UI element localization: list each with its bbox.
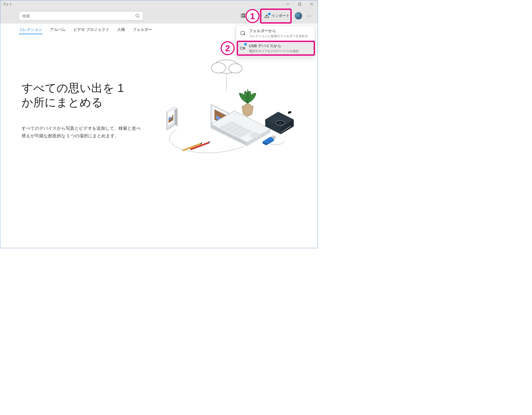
maximize-icon	[298, 3, 301, 6]
svg-point-4	[243, 15, 244, 15]
hero-title-line1: すべての思い出を 1	[22, 82, 124, 94]
hero-text: すべての思い出を 1 か所にまとめる すべてのデバイスから写真とビデオを追加して…	[22, 81, 146, 140]
svg-point-9	[278, 122, 282, 124]
import-badge-icon	[268, 13, 271, 15]
hero-illustration	[149, 52, 299, 161]
import-menu-item-usb-title: USB デバイスから	[249, 44, 299, 48]
folder-add-icon	[240, 28, 246, 37]
import-button[interactable]: インポート	[261, 10, 293, 21]
annotation-badge-2: 2	[221, 41, 235, 55]
import-menu-item-usb-text: USB デバイスから 電話やカメラなどのデバイスを接続	[249, 44, 299, 53]
search-input[interactable]	[22, 13, 132, 18]
import-menu-item-usb[interactable]: USB デバイスから 電話やカメラなどのデバイスを接続	[236, 41, 314, 56]
maximize-button[interactable]	[294, 0, 306, 8]
tab-collection[interactable]: コレクション	[19, 27, 42, 34]
import-menu: フォルダーから コレクションに追加のフォルダーを含める USB デバイスから 電…	[236, 25, 315, 57]
svg-point-7	[229, 64, 242, 73]
annotation-badge-2-label: 2	[225, 43, 230, 53]
hero-illustration-svg	[151, 52, 296, 161]
svg-point-11	[250, 133, 260, 138]
hero-title-line2: か所にまとめる	[22, 96, 103, 109]
import-button-label: インポート	[271, 13, 290, 18]
toolbar: 作成 インポート ⋯	[0, 8, 318, 24]
tab-video-project[interactable]: ビデオ プロジェクト	[73, 27, 109, 34]
svg-point-1	[136, 14, 139, 17]
search-box[interactable]	[19, 11, 143, 20]
search-submit-button[interactable]	[133, 12, 142, 19]
close-button[interactable]	[306, 0, 318, 8]
minimize-button[interactable]	[282, 0, 294, 8]
import-menu-item-folder-text: フォルダーから コレクションに追加のフォルダーを含める	[249, 28, 308, 38]
usb-badge-icon	[244, 43, 247, 46]
hero-description: すべてのデバイスから写真とビデオを追加して、検索と並べ替えが可能な創造的な 1 …	[22, 125, 141, 140]
svg-rect-14	[243, 48, 245, 49]
app-window: フォト	[0, 0, 318, 248]
tab-album[interactable]: アルバム	[50, 27, 66, 34]
annotation-badge-1: 1	[246, 9, 260, 23]
hero-section: すべての思い出を 1 か所にまとめる すべてのデバイスから写真とビデオを追加して…	[0, 34, 318, 190]
close-icon	[310, 3, 313, 6]
window-controls	[282, 0, 318, 8]
titlebar: フォト	[0, 0, 318, 8]
import-menu-item-folder[interactable]: フォルダーから コレクションに追加のフォルダーを含める	[236, 26, 314, 41]
app-title: フォト	[3, 2, 12, 6]
annotation-badge-1-label: 1	[250, 11, 255, 21]
tab-folder[interactable]: フォルダー	[133, 27, 152, 34]
search-icon	[135, 13, 140, 18]
tab-people[interactable]: 人物	[117, 27, 125, 34]
import-menu-item-folder-title: フォルダーから	[249, 28, 308, 33]
user-avatar[interactable]	[295, 12, 302, 19]
hero-title: すべての思い出を 1 か所にまとめる	[22, 81, 146, 109]
import-menu-item-usb-subtitle: 電話やカメラなどのデバイスを接続	[249, 49, 299, 53]
import-menu-item-folder-subtitle: コレクションに追加のフォルダーを含める	[249, 34, 308, 38]
svg-rect-0	[299, 3, 301, 5]
minimize-icon	[286, 3, 289, 6]
svg-point-6	[211, 63, 226, 73]
svg-rect-13	[240, 47, 243, 49]
usb-icon	[240, 44, 246, 52]
more-button[interactable]: ⋯	[304, 13, 314, 19]
more-icon: ⋯	[307, 13, 312, 18]
svg-rect-10	[288, 111, 291, 114]
